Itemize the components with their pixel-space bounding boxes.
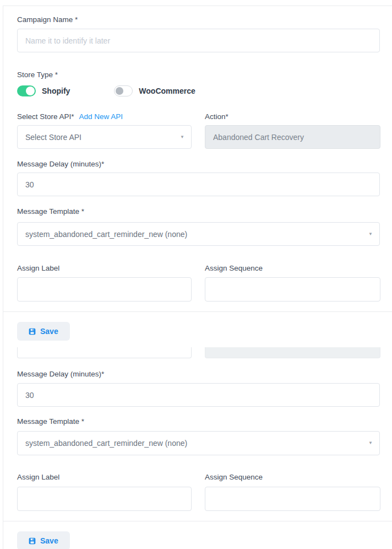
shopify-switch-icon[interactable] <box>17 85 36 96</box>
add-new-api-link[interactable]: Add New API <box>79 112 123 121</box>
store-api-select-value: Select Store API <box>25 133 81 142</box>
message-delay-label: Message Delay (minutes)* <box>17 160 380 169</box>
save-button-label: Save <box>40 327 58 336</box>
clipped-fields-row <box>17 347 380 358</box>
assign-label-field-2: Assign Label <box>17 473 192 511</box>
assign-sequence-input-2[interactable] <box>205 487 380 511</box>
form-footer-2: Save <box>3 521 392 549</box>
store-api-select[interactable]: Select Store API ▼ <box>17 125 192 149</box>
save-icon <box>29 328 36 335</box>
woocommerce-toggle-label: WooCommerce <box>139 87 195 95</box>
store-api-action-row: Select Store API* Add New API Select Sto… <box>17 112 380 149</box>
toggle-knob <box>116 87 123 95</box>
assign-label-label: Assign Label <box>17 473 192 482</box>
store-type-field: Store Type * Shopify WooCommerce <box>17 71 380 96</box>
assign-row: Assign Label Assign Sequence <box>17 264 380 302</box>
message-delay-input[interactable] <box>17 173 380 196</box>
assign-sequence-field: Assign Sequence <box>205 264 380 302</box>
clipped-action-input <box>205 347 380 358</box>
message-template-select-value: system_abandoned_cart_reminder_new (none… <box>25 439 187 448</box>
clipped-store-api-select[interactable] <box>17 347 192 358</box>
message-template-select-value: system_abandoned_cart_reminder_new (none… <box>25 230 187 239</box>
message-template-label: Message Template * <box>17 417 380 426</box>
form-footer: Save <box>3 311 392 347</box>
message-template-select-2[interactable]: system_abandoned_cart_reminder_new (none… <box>17 431 380 455</box>
action-field: Action* <box>205 112 380 149</box>
save-button-2[interactable]: Save <box>17 531 70 549</box>
message-delay-field: Message Delay (minutes)* <box>17 160 380 196</box>
store-type-toggles: Shopify WooCommerce <box>17 85 380 96</box>
save-button[interactable]: Save <box>17 322 70 341</box>
assign-sequence-label: Assign Sequence <box>205 473 380 482</box>
caret-down-icon: ▼ <box>368 441 373 445</box>
action-input <box>205 125 380 149</box>
assign-label-field: Assign Label <box>17 264 192 302</box>
woocommerce-switch-icon[interactable] <box>114 85 133 96</box>
caret-down-icon: ▼ <box>368 232 373 236</box>
save-button-label: Save <box>40 536 58 545</box>
assign-sequence-label: Assign Sequence <box>205 264 380 273</box>
toggle-knob <box>26 87 35 95</box>
store-type-label: Store Type * <box>17 71 380 79</box>
shopify-toggle-label: Shopify <box>42 87 70 95</box>
store-api-label: Select Store API* <box>17 112 74 121</box>
action-label: Action* <box>205 112 380 121</box>
message-template-label: Message Template * <box>17 207 380 216</box>
message-template-select[interactable]: system_abandoned_cart_reminder_new (none… <box>17 222 380 246</box>
message-delay-label: Message Delay (minutes)* <box>17 370 380 379</box>
assign-label-input[interactable] <box>17 277 192 302</box>
assign-sequence-field-2: Assign Sequence <box>205 473 380 511</box>
message-template-field-2: Message Template * system_abandoned_cart… <box>17 417 380 455</box>
message-template-field: Message Template * system_abandoned_cart… <box>17 207 380 246</box>
campaign-name-label: Campaign Name * <box>17 15 380 24</box>
assign-row-2: Assign Label Assign Sequence <box>17 473 380 511</box>
assign-sequence-input[interactable] <box>205 277 380 302</box>
store-api-field: Select Store API* Add New API Select Sto… <box>17 112 192 149</box>
shopify-toggle[interactable]: Shopify <box>17 85 70 96</box>
woocommerce-toggle[interactable]: WooCommerce <box>114 85 195 96</box>
campaign-name-field: Campaign Name * <box>17 15 380 52</box>
caret-down-icon: ▼ <box>180 135 184 139</box>
message-delay-input-2[interactable] <box>17 383 380 407</box>
assign-label-label: Assign Label <box>17 264 192 273</box>
message-delay-field-2: Message Delay (minutes)* <box>17 370 380 407</box>
campaign-name-input[interactable] <box>17 29 380 52</box>
assign-label-input-2[interactable] <box>17 487 192 511</box>
save-icon <box>29 537 36 545</box>
campaign-form-card: Campaign Name * Store Type * Shopify Woo… <box>3 6 392 549</box>
